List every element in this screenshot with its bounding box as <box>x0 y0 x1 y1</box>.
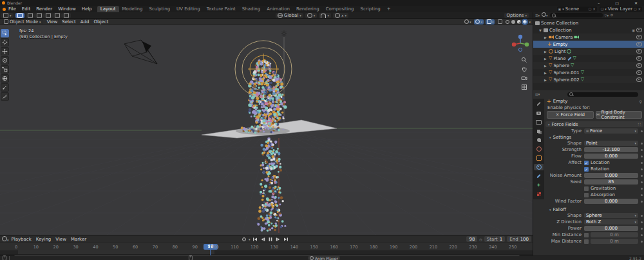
overlays-toggle[interactable]: ▾ <box>486 19 495 25</box>
timeline-menu-item[interactable]: Playback <box>12 237 32 242</box>
max-distance-checkbox[interactable] <box>584 239 589 244</box>
workspace-tab[interactable]: Shading <box>239 6 263 12</box>
select-mode-extend[interactable] <box>35 13 44 18</box>
outliner-row-light[interactable]: ▶ Light <box>533 48 644 55</box>
workspace-tab[interactable]: Compositing <box>323 6 357 12</box>
anim-player-chip[interactable]: Anim Player <box>308 256 340 260</box>
view-axis-gizmo[interactable] <box>510 33 531 54</box>
tab-render[interactable] <box>534 110 544 116</box>
scene-selector[interactable]: ▣▾ Scene ▢ ✕ <box>557 6 597 12</box>
animate-dot[interactable] <box>641 143 643 145</box>
min-distance-checkbox[interactable] <box>584 233 589 237</box>
gizmos-toggle[interactable]: ▾ <box>474 19 484 25</box>
playhead-line[interactable] <box>210 245 211 255</box>
animate-dot[interactable] <box>641 155 643 157</box>
properties-editor-type-dropdown[interactable]: ▤▾ <box>535 92 540 97</box>
select-mode-subtract[interactable] <box>44 13 53 18</box>
blender-menu-icon[interactable] <box>3 8 6 11</box>
jump-to-start-button[interactable] <box>252 236 258 242</box>
seed-field[interactable]: 85 <box>584 179 638 185</box>
animate-dot[interactable] <box>641 241 643 243</box>
tab-physics[interactable] <box>534 164 544 170</box>
tab-object[interactable] <box>534 155 544 161</box>
tool-scale[interactable] <box>1 65 9 74</box>
current-frame-field[interactable]: 98 <box>466 236 477 242</box>
menu-item[interactable]: Help <box>82 6 92 12</box>
tool-annotate[interactable] <box>1 83 9 92</box>
animate-dot[interactable] <box>641 215 643 217</box>
tab-view-layer[interactable] <box>534 128 544 134</box>
animate-dot[interactable] <box>641 181 643 183</box>
z-direction-dropdown[interactable]: Both Z▾ <box>584 219 638 225</box>
new-scene-icon[interactable]: ▢ <box>589 7 592 11</box>
visibility-eye-icon[interactable] <box>636 63 642 68</box>
workspace-tab[interactable]: + <box>384 6 394 12</box>
viewport-menu-item[interactable]: Add <box>80 19 90 25</box>
tab-constraints[interactable] <box>534 173 544 179</box>
remove-view-layer-icon[interactable]: ✕ <box>638 7 641 11</box>
visibility-eye-icon[interactable] <box>636 77 642 82</box>
view-layer-selector[interactable]: ❏▾ View Layer ▢ ✕ <box>600 6 642 12</box>
new-view-layer-icon[interactable]: ▢ <box>634 7 637 11</box>
tab-object-data[interactable]: + <box>534 182 544 188</box>
outliner-filter-id-dropdown[interactable]: ▾ <box>542 12 548 18</box>
workspace-tab[interactable]: Sculpting <box>146 6 173 12</box>
frame-end-field[interactable]: End100 <box>507 236 531 242</box>
jump-to-end-button[interactable] <box>283 236 289 242</box>
visibility-eye-icon[interactable] <box>636 28 642 32</box>
maximize-button[interactable]: ▢ <box>615 1 619 5</box>
tab-world[interactable] <box>534 146 544 152</box>
rotation-checkbox[interactable]: ✓ <box>584 167 589 172</box>
workspace-tab[interactable]: Modeling <box>119 6 146 12</box>
viewport-menu-item[interactable]: Object <box>93 19 108 25</box>
previous-keyframe-button[interactable] <box>260 236 266 242</box>
menu-item[interactable]: Window <box>58 6 76 12</box>
outliner-row-scene-collection[interactable]: Scene Collection <box>533 19 644 26</box>
outliner-row-sphere[interactable]: ▶▽ Sphere ▽ <box>533 62 644 69</box>
force-fields-panel-header[interactable]: ▾Force Fields ∷ <box>545 121 643 127</box>
wind-factor-field[interactable]: 0.000 <box>584 199 638 204</box>
camera-view-icon[interactable] <box>520 74 528 82</box>
select-mode-new[interactable] <box>26 13 35 18</box>
gravitation-checkbox[interactable] <box>584 186 589 191</box>
pin-icon[interactable]: ⚲ <box>639 99 642 104</box>
tab-output[interactable] <box>534 119 544 125</box>
select-mode-intersect[interactable] <box>62 13 71 18</box>
animate-dot[interactable] <box>641 221 643 223</box>
animate-dot[interactable] <box>641 228 643 230</box>
falloff-shape-dropdown[interactable]: Sphere▾ <box>584 213 638 218</box>
outliner-display-mode-dropdown[interactable]: ☰▾ <box>535 13 540 18</box>
outliner-row-collection[interactable]: ▼ Collection ▣ <box>533 26 644 34</box>
close-button[interactable]: ✕ <box>634 1 638 5</box>
zoom-view-icon[interactable] <box>520 56 528 64</box>
animate-dot[interactable] <box>641 130 643 132</box>
visibility-eye-icon[interactable] <box>636 70 642 75</box>
exclude-checkbox-icon[interactable]: ▣ <box>632 28 635 32</box>
falloff-panel-header[interactable]: ▾Falloff <box>544 207 644 212</box>
tool-cursor[interactable] <box>1 38 9 46</box>
timeline-ruler[interactable]: 9801020304050607080901001101201301401501… <box>0 243 533 250</box>
animate-dot[interactable] <box>641 234 643 236</box>
tool-rotate[interactable] <box>1 56 9 65</box>
outliner-options-icon[interactable]: ⛭ <box>611 13 613 17</box>
visibility-eye-icon[interactable] <box>636 49 642 54</box>
menu-item[interactable]: File <box>8 6 16 12</box>
visibility-eye-icon[interactable] <box>636 35 642 39</box>
active-tool-chip[interactable] <box>15 13 24 18</box>
visibility-eye-icon[interactable] <box>636 56 642 61</box>
viewport-menu-item[interactable]: View <box>47 19 58 25</box>
tool-transform[interactable] <box>1 74 9 83</box>
noise-field[interactable]: 0.000 <box>584 173 638 178</box>
transform-orientation-dropdown[interactable]: Global▾ <box>276 13 303 18</box>
shading-wireframe-icon[interactable] <box>506 20 509 24</box>
tool-move[interactable] <box>1 47 9 55</box>
snap-toggle[interactable]: ▾ <box>319 13 331 18</box>
options-dropdown[interactable]: Options▾ <box>504 13 529 18</box>
shading-material-icon[interactable] <box>517 20 521 24</box>
editor-type-selector[interactable]: ▾ <box>1 13 14 18</box>
max-distance-field[interactable]: 0 m <box>591 239 638 244</box>
shading-rendered-icon[interactable] <box>523 20 527 24</box>
location-checkbox[interactable]: ✓ <box>584 161 589 165</box>
pivot-point-dropdown[interactable]: ▾ <box>305 13 317 18</box>
pause-button[interactable] <box>267 236 274 242</box>
